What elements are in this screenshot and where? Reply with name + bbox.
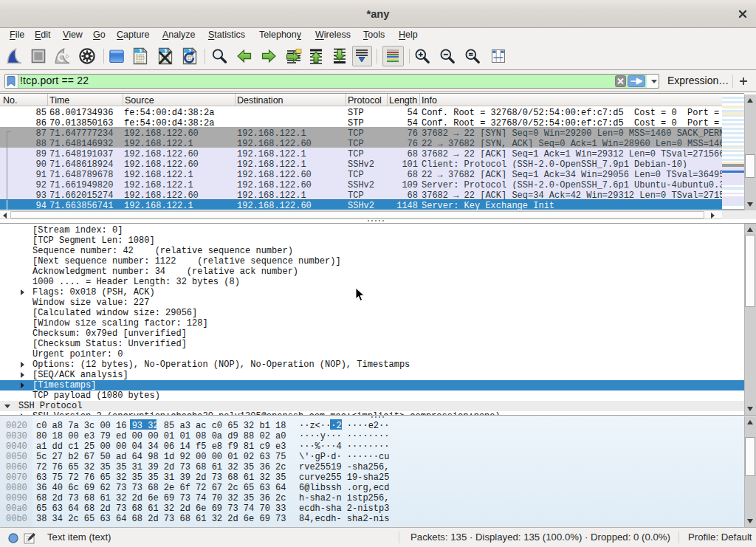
svg-text:0011: 0011: [136, 61, 145, 64]
